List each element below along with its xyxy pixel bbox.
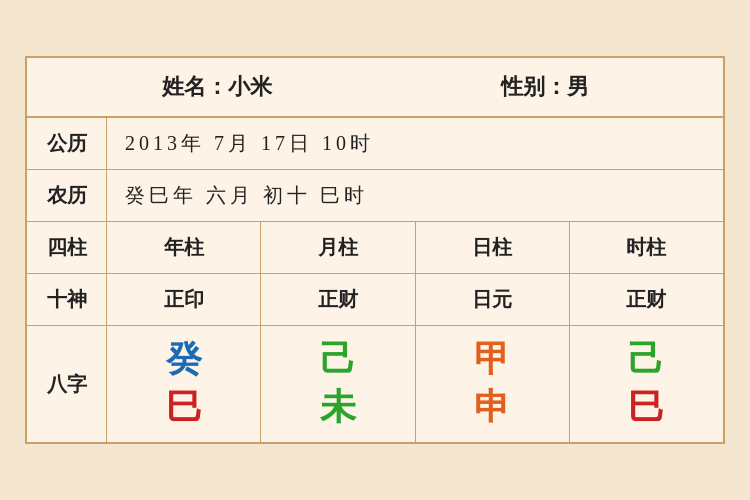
bazhi-col-2: 甲 申 (416, 326, 570, 441)
bazhi-top-0: 癸 (166, 340, 202, 380)
lunar-label: 农历 (27, 170, 107, 221)
bazhi-col-1: 己 未 (261, 326, 415, 441)
bazhi-col-0: 癸 巳 (107, 326, 261, 441)
sizhu-row: 四柱 年柱 月柱 日柱 时柱 (27, 222, 723, 274)
solar-label: 公历 (27, 118, 107, 169)
bazhi-bottom-1: 未 (320, 388, 356, 428)
sizhu-rizhu: 日柱 (416, 222, 570, 273)
bazhi-chars: 癸 巳 己 未 甲 申 己 巳 (107, 326, 723, 441)
shishen-3: 日元 (416, 274, 570, 325)
header-row: 姓名：小米 性别：男 (27, 58, 723, 118)
sizhu-shizhu: 时柱 (570, 222, 723, 273)
bazhi-bottom-3: 巳 (628, 388, 664, 428)
shishen-row: 十神 正印 正财 日元 正财 (27, 274, 723, 326)
lunar-row: 农历 癸巳年 六月 初十 巳时 (27, 170, 723, 222)
bazhi-top-2: 甲 (474, 340, 510, 380)
shishen-4: 正财 (570, 274, 723, 325)
bazhi-bottom-2: 申 (474, 388, 510, 428)
solar-value: 2013年 7月 17日 10时 (107, 118, 723, 169)
sizhu-label: 四柱 (27, 222, 107, 273)
shishen-label: 十神 (27, 274, 107, 325)
bazhi-label: 八字 (27, 326, 107, 441)
gender-label: 性别：男 (501, 72, 589, 102)
bazhi-row: 八字 癸 巳 己 未 甲 申 己 巳 (27, 326, 723, 441)
sizhu-nianzhu: 年柱 (107, 222, 261, 273)
lunar-value: 癸巳年 六月 初十 巳时 (107, 170, 723, 221)
shishen-1: 正印 (107, 274, 261, 325)
bazhi-bottom-0: 巳 (166, 388, 202, 428)
main-container: 姓名：小米 性别：男 公历 2013年 7月 17日 10时 农历 癸巳年 六月… (25, 56, 725, 443)
shishen-2: 正财 (261, 274, 415, 325)
solar-row: 公历 2013年 7月 17日 10时 (27, 118, 723, 170)
bazhi-top-1: 己 (320, 340, 356, 380)
bazhi-col-3: 己 巳 (570, 326, 723, 441)
name-label: 姓名：小米 (162, 72, 272, 102)
bazhi-top-3: 己 (628, 340, 664, 380)
sizhu-yuezhu: 月柱 (261, 222, 415, 273)
